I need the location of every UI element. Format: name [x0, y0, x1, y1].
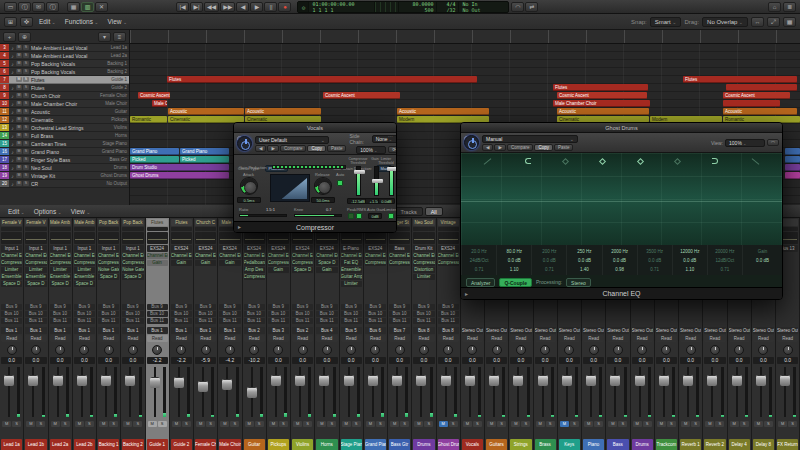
- fader-cap[interactable]: [295, 375, 305, 386]
- strip-volume-value[interactable]: 0.0: [389, 357, 410, 364]
- strip-automation-mode[interactable]: Read: [292, 335, 313, 342]
- fader-cap[interactable]: [150, 377, 160, 388]
- strip-output-slot[interactable]: Bus 1: [1, 327, 22, 334]
- transport-button[interactable]: ◀◀: [204, 2, 219, 12]
- strip-automation-mode[interactable]: Read: [486, 335, 507, 342]
- strip-volume-value[interactable]: -10.2: [244, 357, 265, 364]
- solo-button[interactable]: S: [594, 421, 603, 427]
- mute-button[interactable]: M: [2, 421, 11, 427]
- strip-send-slot[interactable]: Bus 9: [292, 304, 313, 310]
- strip-plugin-slot[interactable]: Compressor: [389, 260, 410, 266]
- eq-band-shape-icon[interactable]: [712, 158, 718, 164]
- track-row[interactable]: 18 ♪ M S Neo Soul Drums: [0, 164, 129, 172]
- strip-plugin-slot[interactable]: Channel EQ: [147, 253, 168, 259]
- track-solo-button[interactable]: S: [23, 85, 29, 90]
- strip-output-slot[interactable]: Bus 1: [219, 327, 240, 334]
- eq-band-values[interactable]: 20000 Hz 12dB/Oct 0.71: [707, 245, 742, 275]
- mute-button[interactable]: M: [220, 421, 229, 427]
- mute-button[interactable]: M: [123, 421, 132, 427]
- release-value[interactable]: 50.0ms: [311, 197, 335, 203]
- strip-eq-thumbnail[interactable]: [438, 232, 459, 244]
- track-name[interactable]: Church Choir: [31, 93, 100, 99]
- mute-button[interactable]: M: [608, 421, 617, 427]
- strip-automation-mode[interactable]: Read: [559, 335, 580, 342]
- track-solo-button[interactable]: S: [23, 165, 29, 170]
- track-mute-button[interactable]: M: [16, 93, 22, 98]
- strip-fader[interactable]: [195, 365, 216, 419]
- strip-send-slot[interactable]: Bus 10: [1, 311, 22, 317]
- strip-send-slot[interactable]: Bus 10: [195, 311, 216, 317]
- zoom-tool-icon[interactable]: ↔: [751, 17, 764, 27]
- strip-send-slot[interactable]: Bus 11: [122, 318, 143, 324]
- track-mute-button[interactable]: M: [16, 133, 22, 138]
- toolbar-icon-button[interactable]: ✉: [32, 2, 45, 12]
- strip-setting-button[interactable]: Pop Back: [122, 219, 143, 226]
- band-gain[interactable]: 24dB/Oct: [462, 256, 496, 265]
- strip-plugin-slot[interactable]: Compressor: [25, 260, 46, 266]
- strip-name[interactable]: Vocals: [462, 439, 483, 450]
- window-size-menu[interactable]: 100%: [356, 146, 386, 154]
- lcd-mode-icon[interactable]: ⊙: [298, 2, 308, 12]
- mute-button[interactable]: M: [439, 421, 448, 427]
- strip-automation-mode[interactable]: Read: [777, 335, 798, 342]
- eq-band-values[interactable]: 20.0 Hz 24dB/Oct 0.71: [461, 245, 496, 275]
- strip-input-slot[interactable]: EXS24: [219, 245, 240, 252]
- strip-output-slot[interactable]: Stereo Out: [704, 327, 725, 334]
- track-mute-button[interactable]: M: [16, 45, 22, 50]
- strip-send-slot[interactable]: Bus 9: [413, 304, 434, 310]
- region[interactable]: Grand Piano: [130, 148, 179, 155]
- strip-input-slot[interactable]: EXS24: [268, 245, 289, 252]
- track-solo-button[interactable]: S: [23, 53, 29, 58]
- solo-button[interactable]: S: [303, 421, 312, 427]
- track-mute-button[interactable]: M: [16, 69, 22, 74]
- strip-send-slot[interactable]: Bus 11: [25, 318, 46, 324]
- strip-send-slot[interactable]: Bus 9: [244, 304, 265, 310]
- strip-plugin-slot[interactable]: Compressor: [122, 260, 143, 266]
- strip-pan-knob[interactable]: [244, 343, 265, 357]
- strip-input-slot[interactable]: E-Piano: [341, 245, 362, 252]
- strip-input-slot[interactable]: Input 1: [25, 245, 46, 252]
- strip-name[interactable]: Lead 2b: [74, 439, 95, 450]
- strip-send-slot[interactable]: Bus 11: [1, 318, 22, 324]
- strip-volume-value[interactable]: 0.0: [656, 357, 677, 364]
- fader-cap[interactable]: [707, 375, 717, 386]
- strip-output-slot[interactable]: Bus 1: [171, 327, 192, 334]
- strip-name[interactable]: Reverb 2: [704, 439, 725, 450]
- strip-fader[interactable]: [365, 365, 386, 419]
- strip-plugin-slot[interactable]: Compressor: [244, 274, 265, 280]
- band-gain[interactable]: 0.0 dB: [673, 256, 707, 265]
- track-solo-button[interactable]: S: [23, 93, 29, 98]
- band-gain[interactable]: 0.0 dB: [567, 256, 601, 265]
- strip-fader[interactable]: [413, 365, 434, 419]
- fader-cap[interactable]: [635, 375, 645, 386]
- strip-automation-mode[interactable]: Read: [438, 335, 459, 342]
- strip-setting-button[interactable]: Flutes: [147, 219, 168, 226]
- strip-volume-value[interactable]: 0.0: [777, 357, 798, 364]
- strip-volume-value[interactable]: 0.0: [50, 357, 71, 364]
- solo-button[interactable]: S: [521, 421, 530, 427]
- rms-led[interactable]: [356, 213, 362, 219]
- strip-plugin-slot[interactable]: Compressor: [438, 260, 459, 266]
- track-mute-button[interactable]: M: [16, 173, 22, 178]
- mute-button[interactable]: M: [511, 421, 520, 427]
- strip-fader[interactable]: [535, 365, 556, 419]
- strip-send-slot[interactable]: Bus 9: [389, 304, 410, 310]
- limiter-threshold-value[interactable]: 0.0dB: [378, 198, 395, 204]
- strip-fader[interactable]: [316, 365, 337, 419]
- solo-button[interactable]: S: [691, 421, 700, 427]
- strip-send-slot[interactable]: Bus 9: [25, 304, 46, 310]
- fader-cap[interactable]: [416, 375, 426, 386]
- track-solo-button[interactable]: S: [23, 125, 29, 130]
- threshold-fader[interactable]: [356, 166, 361, 196]
- strip-output-slot[interactable]: Stereo Out: [462, 327, 483, 334]
- strip-plugin-slot[interactable]: Ensemble: [1, 274, 22, 280]
- strip-name[interactable]: Lead 1b: [25, 439, 46, 450]
- analyzer-button[interactable]: Analyzer: [466, 278, 495, 287]
- track-row[interactable]: 7 ♪ M S Flutes Guide 1: [0, 76, 129, 84]
- fader-cap[interactable]: [344, 375, 354, 386]
- strip-output-slot[interactable]: Stereo Out: [583, 327, 604, 334]
- arrange-tool-icon[interactable]: ⊞: [4, 17, 17, 27]
- strip-volume-value[interactable]: 0.0: [704, 357, 725, 364]
- solo-button[interactable]: S: [182, 421, 191, 427]
- strip-input-slot[interactable]: EXS24: [316, 245, 337, 252]
